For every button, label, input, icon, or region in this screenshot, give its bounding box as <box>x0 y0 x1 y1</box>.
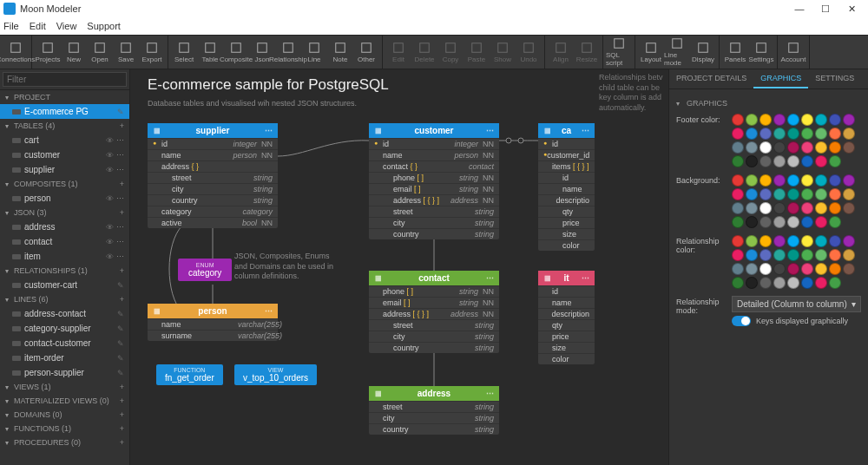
color-swatch[interactable] <box>829 188 841 200</box>
add-icon[interactable]: + <box>120 396 124 405</box>
add-icon[interactable]: + <box>120 438 124 447</box>
tree-item[interactable]: E-commerce PG✎ <box>0 104 129 119</box>
color-swatch[interactable] <box>801 235 813 247</box>
color-swatch[interactable] <box>760 202 772 214</box>
entity-row[interactable]: phone [ ]stringNN <box>369 285 499 297</box>
color-swatch[interactable] <box>815 277 827 289</box>
color-swatch[interactable] <box>787 216 799 228</box>
tool-sql-script[interactable]: SQL script <box>606 36 632 69</box>
color-swatch[interactable] <box>801 249 813 261</box>
color-swatch[interactable] <box>843 141 855 154</box>
dots-icon[interactable]: ⋯ <box>581 274 589 283</box>
tab-graphics[interactable]: GRAPHICS <box>753 69 808 88</box>
color-swatch[interactable] <box>815 128 827 140</box>
color-swatch[interactable] <box>787 202 799 214</box>
dots-icon[interactable]: ⋯ <box>116 223 124 232</box>
eye-icon[interactable]: 👁 <box>106 238 114 246</box>
tree-item[interactable]: item-order✎ <box>0 350 129 365</box>
color-swatch[interactable] <box>829 128 841 140</box>
color-swatch[interactable] <box>829 216 841 228</box>
entity-row[interactable]: email [ ]stringNN <box>369 183 499 194</box>
tree-head[interactable]: ▾PROJECT <box>0 90 129 104</box>
color-swatch[interactable] <box>760 128 772 140</box>
color-swatch[interactable] <box>732 174 744 187</box>
minimize-button[interactable]: — <box>786 3 812 14</box>
entity-row[interactable]: address [ { } ]addressNN <box>369 194 499 206</box>
color-swatch[interactable] <box>787 128 799 140</box>
color-swatch[interactable] <box>801 202 813 214</box>
add-icon[interactable]: + <box>120 424 124 433</box>
entity-row[interactable]: size <box>538 342 595 353</box>
color-swatch[interactable] <box>732 114 744 126</box>
color-swatch[interactable] <box>773 202 786 214</box>
view-box[interactable]: VIEWv_top_10_orders <box>234 364 317 385</box>
keys-graphically-toggle[interactable] <box>732 316 751 326</box>
tool-json[interactable]: Json <box>249 36 275 69</box>
color-swatch[interactable] <box>773 188 786 200</box>
eye-icon[interactable]: 👁 <box>106 136 114 145</box>
color-swatch[interactable] <box>787 235 799 247</box>
tree-item[interactable]: cart👁⋯ <box>0 133 129 147</box>
color-swatch[interactable] <box>773 141 786 154</box>
add-icon[interactable]: + <box>120 295 124 304</box>
entity-row[interactable]: citystring <box>369 217 499 228</box>
pencil-icon[interactable]: ✎ <box>117 369 124 377</box>
entity-row[interactable]: price <box>538 217 595 228</box>
tool-other[interactable]: Other <box>353 36 379 69</box>
color-swatch[interactable] <box>815 216 827 228</box>
color-swatch[interactable] <box>773 235 786 247</box>
color-swatch[interactable] <box>746 188 758 200</box>
tool-panels[interactable]: Panels <box>722 36 748 69</box>
tool-note[interactable]: Note <box>327 36 353 69</box>
tree-item[interactable]: supplier👁⋯ <box>0 162 129 177</box>
color-swatch[interactable] <box>746 114 758 126</box>
pencil-icon[interactable]: ✎ <box>117 339 124 348</box>
tree-item[interactable]: address-contact✎ <box>0 306 129 321</box>
entity-person[interactable]: ▦person⋯namevarchar(255)surnamevarchar(2… <box>148 304 278 341</box>
add-icon[interactable]: + <box>120 121 124 130</box>
entity-row[interactable]: countrystring <box>369 228 499 239</box>
entity-row[interactable]: streetstring <box>369 319 499 331</box>
color-swatch[interactable] <box>760 249 772 261</box>
entity-row[interactable]: countrystring <box>369 342 499 353</box>
color-swatch[interactable] <box>787 249 799 261</box>
add-icon[interactable]: + <box>120 208 124 217</box>
tab-project-details[interactable]: PROJECT DETAILS <box>669 69 753 88</box>
entity-cart[interactable]: ▦ca⋯●id●customer_iditems [ { } ]idnamede… <box>538 123 595 251</box>
entity-row[interactable]: namevarchar(255) <box>148 318 278 330</box>
entity-row[interactable]: categorycategory <box>148 206 278 217</box>
color-swatch[interactable] <box>801 188 813 200</box>
pencil-icon[interactable]: ✎ <box>117 108 124 116</box>
color-swatch[interactable] <box>746 141 758 154</box>
color-swatch[interactable] <box>746 235 758 247</box>
color-swatch[interactable] <box>746 263 758 275</box>
tree-head[interactable]: ▾COMPOSITES (1)+ <box>0 177 129 191</box>
add-icon[interactable]: + <box>120 266 124 275</box>
color-swatch[interactable] <box>732 263 744 275</box>
tree-item[interactable]: customer👁⋯ <box>0 147 129 162</box>
dots-icon[interactable]: ⋯ <box>581 127 589 135</box>
tree-item[interactable]: contact-customer✎ <box>0 336 129 350</box>
entity-row[interactable]: countrystring <box>369 423 499 435</box>
entity-row[interactable]: qty <box>538 206 595 217</box>
tool-save[interactable]: Save <box>113 36 139 69</box>
color-swatch[interactable] <box>787 174 799 187</box>
menu-file[interactable]: File <box>3 21 19 31</box>
entity-row[interactable]: namepersonNN <box>369 149 499 160</box>
color-swatch[interactable] <box>843 202 855 214</box>
entity-row[interactable]: color <box>538 353 595 364</box>
dots-icon[interactable]: ⋯ <box>485 390 494 398</box>
entity-row[interactable]: qty <box>538 319 595 331</box>
color-swatch[interactable] <box>732 188 744 200</box>
entity-row[interactable]: surnamevarchar(255) <box>148 330 278 341</box>
tree-item[interactable]: category-supplier✎ <box>0 321 129 336</box>
color-swatch[interactable] <box>760 235 772 247</box>
tree-head[interactable]: ▾FUNCTIONS (1)+ <box>0 422 129 436</box>
color-swatch[interactable] <box>760 174 772 187</box>
color-swatch[interactable] <box>801 114 813 126</box>
color-swatch[interactable] <box>815 202 827 214</box>
color-swatch[interactable] <box>815 263 827 275</box>
color-swatch[interactable] <box>760 114 772 126</box>
color-swatch[interactable] <box>746 249 758 261</box>
tool-connections[interactable]: Connections <box>3 36 29 69</box>
